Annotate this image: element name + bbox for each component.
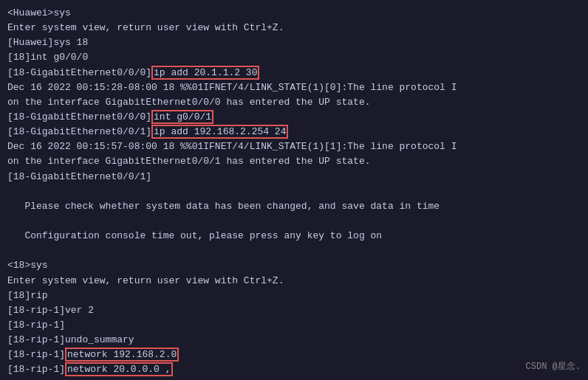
highlighted-command: int g0/0/1 bbox=[151, 110, 213, 124]
highlighted-command: network 192.168.2.0 bbox=[65, 348, 179, 362]
terminal-line: Configuration console time out, please p… bbox=[7, 229, 581, 243]
terminal-line: [18-GigabitEthernet0/0/1]ip add 192.168.… bbox=[7, 125, 581, 139]
terminal-line: [18-rip-1]network 20.0.0.0 , bbox=[7, 362, 581, 377]
terminal-line: <Huawei>sys bbox=[7, 6, 581, 21]
highlighted-command: network 20.0.0.0 , bbox=[65, 362, 173, 376]
terminal-line: on the interface GigabitEthernet0/0/0 ha… bbox=[7, 95, 581, 110]
terminal-line: [18-GigabitEthernet0/0/1] bbox=[7, 170, 581, 184]
terminal-line: [Huawei]sys 18 bbox=[7, 35, 581, 50]
terminal-line: [18-rip-1]network 192.168.2.0 bbox=[7, 348, 581, 362]
highlighted-command: ip add 20.1.1.2 30 bbox=[151, 66, 259, 80]
terminal-empty-line bbox=[7, 184, 581, 199]
terminal-line: [18]rip bbox=[7, 289, 581, 303]
terminal-content: <Huawei>sysEnter system view, return use… bbox=[7, 6, 581, 378]
terminal-line: [18-GigabitEthernet0/0/0]int g0/0/1 bbox=[7, 110, 581, 125]
terminal-window: <Huawei>sysEnter system view, return use… bbox=[0, 0, 588, 380]
terminal-line: Enter system view, return user view with… bbox=[7, 274, 581, 289]
terminal-line: on the interface GigabitEthernet0/0/1 ha… bbox=[7, 154, 581, 169]
terminal-line: [18-rip-1] bbox=[7, 318, 581, 333]
terminal-line: [18-GigabitEthernet0/0/0]ip add 20.1.1.2… bbox=[7, 66, 581, 80]
terminal-line: <18>sys bbox=[7, 258, 581, 273]
highlighted-command: ip add 192.168.2.254 24 bbox=[151, 125, 288, 139]
watermark: CSDN @星念. bbox=[526, 360, 581, 374]
terminal-line: Enter system view, return user view with… bbox=[7, 21, 581, 35]
terminal-line: [18-rip-1]undo_summary bbox=[7, 333, 581, 348]
terminal-line: Dec 16 2022 00:15:28-08:00 18 %%01IFNET/… bbox=[7, 80, 581, 95]
terminal-line: [18-rip-1]ver 2 bbox=[7, 303, 581, 318]
terminal-empty-line bbox=[7, 243, 581, 258]
terminal-line: Dec 16 2022 00:15:57-08:00 18 %%01IFNET/… bbox=[7, 139, 581, 154]
terminal-empty-line bbox=[7, 214, 581, 229]
terminal-line: [18]int g0/0/0 bbox=[7, 50, 581, 65]
terminal-line: Please check whether system data has bee… bbox=[7, 199, 581, 214]
